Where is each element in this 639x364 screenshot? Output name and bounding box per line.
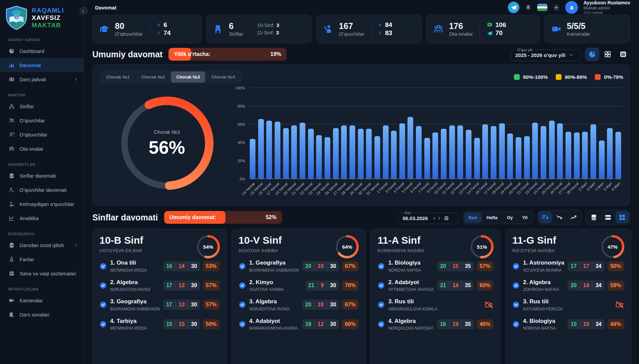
stat-value: 5/5/5 <box>567 22 590 31</box>
school-year-select[interactable]: O'quv yili 2025 - 2026 o'quv yili <box>511 48 581 61</box>
sidebar-item-sinflar-davomati[interactable]: Sinflar davomati <box>0 169 83 183</box>
sidebar-item-o-quvchilar[interactable]: O’quvchilar <box>0 113 83 127</box>
absent-count: 10 <box>314 300 327 310</box>
sidebar-item-sana-va-vaqt-sozlamalari[interactable]: Sana va vaqt sozlamalari <box>0 266 83 280</box>
clipboard-check-icon <box>8 242 15 248</box>
rows-display-button[interactable] <box>601 211 615 223</box>
topbar-actions: a Ayyubxon Rustamov Maktab admini 213-ma… <box>508 0 630 15</box>
tab-chorak-3[interactable]: Chorak №3 <box>171 71 205 83</box>
rows-icon <box>604 213 612 221</box>
bar <box>507 133 513 179</box>
theme-sun-icon[interactable] <box>553 4 560 11</box>
class-card-11-g-sinf: 11-G SinfRO’ZIYEVA NASIBA47%1. Astronomi… <box>505 229 631 364</box>
sidebar-section-label: ASOSIY SAHIFA <box>8 38 75 42</box>
female-icon: ♀ <box>378 30 383 37</box>
bar-28-fevral: 28 Fevral <box>574 88 580 179</box>
sort-desc-button[interactable] <box>553 211 566 223</box>
table-icon <box>8 76 15 83</box>
sidebar-item-label: Ota-onalar <box>20 146 43 152</box>
bar-21-yanvar: 21 Yanvar <box>300 88 305 179</box>
door-icon <box>8 311 15 318</box>
logo-shield-icon: AI <box>4 5 29 30</box>
period-tab-kun[interactable]: Kun <box>464 212 481 223</box>
chevron-right-icon[interactable]: › <box>438 215 440 221</box>
display-buttons <box>586 210 630 225</box>
donut-view-button[interactable] <box>585 48 599 61</box>
bar-17-yanvar: 17 Yanvar <box>275 88 280 179</box>
grid-filled-icon <box>618 213 626 221</box>
bar-16-fevral: 16 Fevral <box>482 88 488 179</box>
present-count: 21 <box>437 280 449 291</box>
uzbekistan-flag-icon[interactable] <box>537 4 547 11</box>
user-role: Maktab admini <box>583 6 630 10</box>
check-circle-icon <box>377 263 385 270</box>
sort-button[interactable] <box>539 211 552 223</box>
present-count: 15 <box>568 319 580 329</box>
sidebar-item-dashboard[interactable]: Dashboard <box>0 44 83 58</box>
lesson-percent: 57% <box>203 300 220 310</box>
avatar[interactable]: a <box>565 1 578 14</box>
sidebar-item-dars-xonalari[interactable]: Dars xonalari <box>0 307 83 322</box>
bar <box>399 123 405 179</box>
sidebar-collapse-button[interactable]: ‹ <box>80 7 88 15</box>
period-tab-hafta[interactable]: Hafta <box>482 212 502 223</box>
sidebar-item-label: Dars jadvali <box>20 77 46 82</box>
sidebar-item-kameralar[interactable]: Kameralar <box>0 293 83 307</box>
telegram-icon <box>487 30 493 36</box>
sidebar-item-o-quvchilar-davomati[interactable]: O'quvchilar davomati <box>0 183 83 197</box>
tab-chorak-1[interactable]: Chorak №1 <box>101 71 135 83</box>
male-count: 84 <box>385 21 392 29</box>
sidebar-item-darsdan-ozod-qilish[interactable]: Darsdan ozod qilish› <box>0 238 83 252</box>
sidebar-item-o-qituvchilar[interactable]: O’qituvchilar <box>0 127 83 142</box>
grid-view-button[interactable] <box>601 48 615 61</box>
chevron-left-icon[interactable]: ‹ <box>433 215 435 221</box>
sidebar-item-dars-jadvali[interactable]: Dars jadvali› <box>0 72 83 86</box>
check-circle-icon <box>239 263 246 270</box>
sidebar-item-davomat[interactable]: Davomat <box>0 58 83 72</box>
notifications-bell-icon[interactable] <box>525 4 532 11</box>
sort-asc-button[interactable] <box>567 211 580 223</box>
sidebar-item-fanlar[interactable]: Fanlar <box>0 252 83 266</box>
class-percent: 54% <box>195 234 221 260</box>
sidebar-item-kelmaydigan-o-quvchilar[interactable]: Kelmaydigan o'quvchilar <box>0 197 83 211</box>
stats-row: 80O’qituvchilar♂6♀746Sinflar10-Sinf:311-… <box>92 15 630 43</box>
pie-chart-icon <box>588 50 596 58</box>
tab-chorak-2[interactable]: Chorak №2 <box>136 71 170 83</box>
donut-value: 56% <box>149 137 185 158</box>
bar <box>432 132 438 179</box>
day-picker[interactable]: Kun 06.03.2026 ‹ › <box>398 211 459 224</box>
sidebar-section-label: INFRATUZILMA <box>8 287 75 291</box>
lesson-teacher: ZOKIROVA NAFISA <box>523 287 559 292</box>
sidebar-item-ota-onalar[interactable]: Ota-onalar <box>0 142 83 156</box>
grid-display-button[interactable] <box>615 211 629 223</box>
period-tab-oy[interactable]: Oy <box>503 212 517 223</box>
lesson-name: 4. Adabiyot <box>249 318 298 325</box>
sidebar-item-analitika[interactable]: Analitika <box>0 211 83 225</box>
sort-buttons <box>537 210 582 225</box>
bar-14-fevral: 14 Fevral <box>474 88 480 179</box>
badge-label: Yillik o'rtacha: <box>174 51 210 57</box>
sidebar-item-sinflar[interactable]: Sinflar <box>0 99 83 113</box>
calendar-icon[interactable] <box>444 215 449 221</box>
list-view-button[interactable] <box>616 48 630 61</box>
sidebar-item-label: Fanlar <box>20 256 34 262</box>
present-count: 17 <box>163 300 175 310</box>
total-count: 30 <box>188 261 200 271</box>
bar <box>532 123 538 179</box>
list-db-icon <box>590 213 598 221</box>
lesson-percent: 67% <box>342 261 359 271</box>
class-card-10-b-sinf: 10-B SinfUSTOYEVA DILBAR54%1. Ona tiliMO… <box>92 229 227 364</box>
attendance-counts: 21930 <box>305 280 339 291</box>
bar <box>300 123 305 179</box>
list-display-button[interactable] <box>587 211 601 223</box>
check-circle-icon <box>99 263 107 270</box>
logo-line3: MAKTAB <box>32 22 64 29</box>
tab-chorak-4[interactable]: Chorak №4 <box>206 71 240 83</box>
total-count: 35 <box>461 261 474 271</box>
telegram-icon[interactable] <box>508 2 519 13</box>
school-year-label: O'quv yili <box>516 48 534 52</box>
stat-value: 167 <box>339 22 364 31</box>
lesson-teacher: BAXRAMOVA XABIBAXON <box>249 268 299 273</box>
bar <box>524 136 530 179</box>
period-tab-yil[interactable]: Yil <box>518 212 532 223</box>
